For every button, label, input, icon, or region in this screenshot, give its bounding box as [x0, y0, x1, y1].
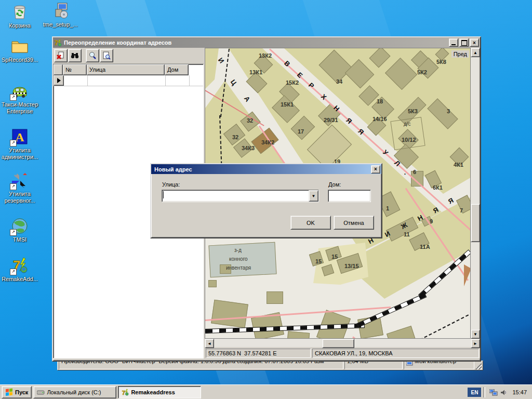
map-label: 13К1 — [249, 69, 262, 75]
street-combobox[interactable]: ▼ — [162, 190, 319, 202]
map-label: 14/16 — [373, 116, 387, 122]
desktop-icon-label: Корзина — [0, 22, 43, 29]
map-label: з-д — [234, 247, 242, 253]
map-label: 10/12 — [402, 137, 416, 143]
clock[interactable]: 15:47 — [509, 389, 530, 395]
dialog-title: Новый адрес — [154, 166, 370, 172]
vertical-scroll-thumb[interactable] — [471, 204, 480, 242]
horizontal-scroll-thumb[interactable] — [322, 339, 354, 348]
combobox-dropdown-button[interactable]: ▼ — [309, 190, 318, 202]
map-label: д/с — [404, 121, 411, 127]
map-label: 32 — [232, 134, 238, 140]
desktop-icon-taxi-master[interactable]: ↗ Такси-Мастер Enterprise — [0, 82, 43, 115]
desktop-icon-label: TMSI — [0, 236, 43, 243]
svg-text:7: 7 — [55, 39, 58, 47]
maximize-button[interactable] — [459, 38, 469, 47]
resize-grip[interactable] — [475, 363, 482, 369]
remakeaddress-app-icon: 7 ↗ — [11, 257, 29, 274]
disk-drive-icon — [37, 389, 45, 395]
task-button-remakeaddress[interactable]: 7 Remakeaddress — [118, 386, 201, 398]
delete-record-icon — [57, 51, 65, 60]
street-field-label: Улица: — [162, 181, 180, 188]
taskbar: Пуск Локальный диск (C:) 7 Remakeaddress… — [0, 384, 532, 399]
tray-divider — [483, 387, 485, 397]
map-vertical-scrollbar[interactable]: ▲ ▼ — [471, 48, 479, 339]
scroll-down-button[interactable]: ▼ — [471, 329, 480, 339]
map-railroad-line — [356, 293, 427, 328]
background-window-statusbar: Производитель: ООО "БИТ-Мастер" Версия ф… — [57, 361, 483, 370]
backup-arrows-icon: ↗ — [11, 171, 29, 189]
map-label: 5К3 — [408, 108, 418, 114]
ok-button[interactable]: OK — [290, 216, 331, 230]
dialog-titlebar: Новый адрес × — [151, 164, 381, 174]
task-button-local-disk[interactable]: Локальный диск (C:) — [33, 386, 116, 398]
print-preview-icon — [102, 51, 111, 60]
language-indicator[interactable]: EN — [468, 388, 481, 397]
map-landmark-triangle — [464, 264, 471, 286]
house-input[interactable] — [328, 190, 371, 202]
svg-text:A: A — [15, 130, 24, 144]
grid-header-selector — [54, 64, 63, 75]
network-tray-icon[interactable] — [489, 389, 498, 396]
desktop-icon-sprecord[interactable]: SpRecord39... — [0, 37, 43, 63]
find-button[interactable] — [68, 49, 82, 62]
zoom-button[interactable] — [86, 49, 99, 62]
map-label: 15 — [331, 254, 338, 260]
installer-icon — [51, 2, 69, 20]
my-computer-icon — [406, 361, 413, 367]
desktop-icon-tme-setup[interactable]: tme_setup_... — [37, 2, 83, 28]
map-label: конного — [229, 256, 248, 262]
map-horizontal-scrollbar[interactable]: ◄ ► — [205, 339, 480, 347]
map-label: 13К2 — [259, 52, 272, 59]
desktop-icon-remakeaddress[interactable]: 7 ↗ RemakeAdd... — [0, 257, 43, 283]
desktop-icon-label: Утилита резервног... — [0, 191, 43, 204]
recycle-bin-icon — [11, 3, 29, 21]
desktop-icon-tmsi[interactable]: ↗ TMSI — [0, 217, 43, 243]
new-address-dialog: Новый адрес × Улица: ▼ Дом: OK Отмена — [150, 163, 382, 238]
remakeaddress-app-icon: 7 — [122, 389, 129, 396]
shortcut-arrow-icon: ↗ — [10, 269, 17, 275]
street-combobox-input[interactable] — [162, 190, 309, 202]
globe-icon: ↗ — [11, 217, 29, 235]
dialog-close-button[interactable]: × — [371, 165, 380, 174]
desktop-icon-admin-utility[interactable]: A ↗ Утилита администри... — [0, 128, 43, 161]
shortcut-arrow-icon: ↗ — [10, 183, 17, 190]
cancel-button[interactable]: Отмена — [334, 216, 374, 230]
map-building — [211, 300, 248, 328]
background-window-size-panel: 1,64 МБ — [344, 361, 403, 369]
map-label: 17 — [298, 128, 304, 135]
map-label: 7 — [460, 207, 463, 214]
map-prev-label[interactable]: Пред — [451, 50, 469, 58]
cell-number — [64, 75, 88, 86]
scroll-right-button[interactable]: ► — [471, 339, 480, 348]
admin-a-icon: A ↗ — [11, 128, 29, 145]
grid-header-street[interactable]: Улица — [87, 64, 165, 75]
row-selector-cell — [54, 75, 64, 86]
tray-icons — [487, 389, 509, 396]
preview-button[interactable] — [100, 49, 113, 62]
map-label: 34К2 — [261, 139, 274, 145]
close-button[interactable]: × — [470, 38, 479, 47]
start-button[interactable]: Пуск — [2, 386, 32, 398]
binoculars-icon — [71, 51, 79, 60]
grid-header-house[interactable]: Дом — [165, 64, 189, 75]
grid-header-number[interactable]: № — [63, 64, 87, 75]
scroll-left-button[interactable]: ◄ — [205, 339, 214, 348]
desktop-icon-label: Такси-Мастер Enterprise — [0, 101, 43, 115]
map-street-letter: И — [217, 56, 226, 64]
map-label: 3 — [447, 108, 450, 114]
map-statusbar: 55.776863 N 37.574281 E СКАКОВАЯ УЛ., 19… — [205, 347, 480, 358]
scroll-up-button[interactable]: ▲ — [471, 48, 480, 57]
desktop-icon-backup-utility[interactable]: ↗ Утилита резервног... — [0, 171, 43, 204]
desktop-icon-recycle-bin[interactable]: Корзина — [0, 3, 43, 29]
map-dashed-line — [420, 310, 471, 339]
volume-tray-icon[interactable] — [500, 389, 507, 396]
map-street-letter: Ц — [229, 78, 238, 87]
map-label: 11 — [404, 231, 410, 237]
map-label: 1 — [386, 205, 389, 211]
folder-icon — [11, 37, 29, 55]
delete-record-button[interactable] — [54, 49, 68, 62]
grid-row[interactable] — [54, 75, 203, 86]
minimize-button[interactable] — [449, 38, 458, 47]
map-label: 29/31 — [324, 117, 338, 123]
